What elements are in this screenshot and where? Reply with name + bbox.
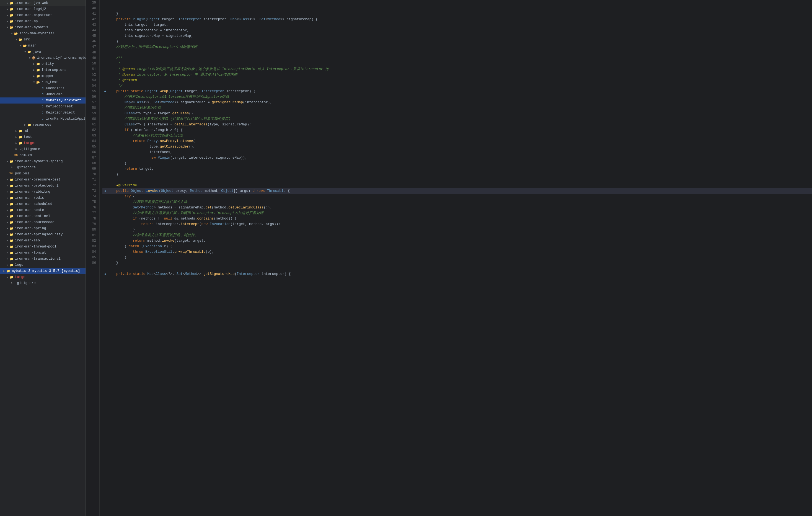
code-line: //如果当前方法需要被拦截，则调用interceptor.intercept方法…: [103, 210, 812, 216]
code-line: [103, 50, 812, 55]
sidebar-item-iron-man-jvm-web[interactable]: ▶📁iron-man-jvm-web: [0, 0, 86, 6]
sidebar-item-iron-man-log4j2[interactable]: ▶📁iron-man-log4j2: [0, 6, 86, 12]
sidebar-item-resources[interactable]: ▶📁resources: [0, 122, 86, 128]
code-line: /**: [103, 55, 812, 61]
sidebar-item-iron-man-protectedurl[interactable]: ▶📁iron-man-protectedurl: [0, 183, 86, 189]
arrow-icon: ▼: [19, 44, 23, 47]
tree-label: resources: [33, 123, 52, 127]
line-number: 55: [88, 89, 96, 94]
sidebar-item-gitignore[interactable]: ⚙.gitignore: [0, 146, 86, 152]
sidebar-item-cachetest[interactable]: CCacheTest: [0, 85, 86, 91]
sidebar-item-gitignore3[interactable]: ⚙.gitignore: [0, 280, 86, 286]
sidebar-item-gitignore2[interactable]: ⚙.gitignore: [0, 165, 86, 171]
tree-label: src: [24, 38, 30, 41]
code-line: //获取目标对象实现的接口 (拦截器可以拦截4大对象实现的接口): [103, 116, 812, 122]
arrow-icon: ▶: [5, 257, 9, 260]
sidebar-item-mybatis-3-mybatis-357[interactable]: ▶📁mybatis-3-mybatis-3.5.7 [mybatis]: [0, 268, 86, 274]
sidebar-item-iron-man-mp[interactable]: ▶📁iron-man-mp: [0, 18, 86, 24]
sidebar-item-mapper[interactable]: ▶📁mapper: [0, 73, 86, 79]
gutter-marker: ◆: [103, 271, 108, 277]
sidebar-item-test[interactable]: ▶📁test: [0, 134, 86, 140]
sidebar-item-iron-man-mybatis[interactable]: ▼📂iron-man-mybatis: [0, 24, 86, 30]
code-content: interfaces,: [108, 149, 172, 155]
line-number: 79: [88, 222, 96, 227]
code-line: }: [103, 172, 812, 177]
sidebar-item-iron-man-scheduled[interactable]: ▶📁iron-man-scheduled: [0, 201, 86, 207]
sidebar-item-pom2[interactable]: XMLpom.xml: [0, 171, 86, 177]
code-content: return interceptor.intercept(new Invocat…: [108, 222, 280, 227]
sidebar-item-run_test[interactable]: ▼📂run_test: [0, 79, 86, 85]
arrow-icon: ▶: [14, 135, 18, 139]
code-content: type.getClassLoader(),: [108, 144, 195, 149]
sidebar-item-java[interactable]: ▼📂java: [0, 49, 86, 55]
sidebar-item-md[interactable]: ▶📁md: [0, 128, 86, 134]
sidebar-item-iron-man-redis[interactable]: ▶📁iron-man-redis: [0, 195, 86, 201]
sidebar-item-jdbcdemo[interactable]: CJdbcDemo: [0, 91, 86, 97]
sidebar-item-target3[interactable]: ▶📁target: [0, 274, 86, 280]
code-line: new Plugin(target, interceptor, signatur…: [103, 155, 812, 161]
code-content: new Plugin(target, interceptor, signatur…: [108, 155, 247, 161]
code-area[interactable]: 3940414243444546474849505152535455565758…: [86, 0, 812, 516]
sidebar-item-logs[interactable]: ▶📁logs: [0, 262, 86, 268]
sidebar-item-iron-man-mybatis-spring[interactable]: ▶📁iron-man-mybatis-spring: [0, 159, 86, 165]
tree-label: .gitignore: [15, 166, 36, 169]
code-line: * @param target:封装的真正提供服务的对象，这个参数是从 Inte…: [103, 66, 812, 72]
arrow-icon: ▶: [5, 227, 9, 230]
tree-icon: 📁: [9, 19, 14, 23]
arrow-icon: ▶: [5, 178, 9, 181]
sidebar-item-iron-man-sentinel[interactable]: ▶📁iron-man-sentinel: [0, 213, 86, 219]
sidebar-item-ironmanmybatis1pkg[interactable]: ▼📦iron.man.lyf.ironmanmybatis1: [0, 55, 86, 61]
code-line: if (interfaces.length > 0) {: [103, 127, 812, 133]
line-number: 60: [88, 116, 96, 122]
sidebar-item-iron-man-mybatis1[interactable]: ▼📂iron-man-mybatis1: [0, 30, 86, 36]
tree-icon: 📁: [9, 178, 14, 181]
arrow-icon: ▼: [28, 56, 32, 59]
code-line: interfaces,: [103, 149, 812, 155]
sidebar-item-iron-man-springsecurity[interactable]: ▶📁iron-man-springsecurity: [0, 231, 86, 237]
sidebar-item-iron-man-rabbitmq[interactable]: ▶📁iron-man-rabbitmq: [0, 189, 86, 195]
sidebar-item-ironmanmybatis1app[interactable]: CIronManMybatis1Application: [0, 116, 86, 122]
line-number: 81: [88, 232, 96, 238]
sidebar-item-iron-man-transactional[interactable]: ▶📁iron-man-transactional: [0, 256, 86, 262]
sidebar-item-iron-man-mapstruct[interactable]: ▶📁iron-man-mapstruct: [0, 12, 86, 18]
tree-icon: 📦: [32, 56, 36, 60]
tree-label: mapper: [41, 74, 54, 78]
line-number: 76: [88, 205, 96, 210]
line-number: 80: [88, 227, 96, 232]
sidebar-item-interceptors[interactable]: ▶📁Interceptors: [0, 67, 86, 73]
code-line: this.interceptor = interceptor;: [103, 28, 812, 33]
line-number: 62: [88, 127, 96, 133]
line-number: 54: [88, 83, 96, 89]
sidebar-item-iron-man-seate[interactable]: ▶📁iron-man-seate: [0, 207, 86, 213]
tree-icon: 📁: [9, 13, 14, 17]
sidebar-item-iron-man-pressure-test[interactable]: ▶📁iron-man-pressure-test: [0, 177, 86, 183]
line-number: 58: [88, 105, 96, 111]
sidebar-item-iron-man-sso[interactable]: ▶📁iron-man-sso: [0, 237, 86, 243]
sidebar-item-pom1[interactable]: XMLpom.xml: [0, 152, 86, 159]
sidebar-item-iron-man-thread-pool[interactable]: ▶📁iron-man-thread-pool: [0, 243, 86, 250]
code-content: this.target = target;: [108, 22, 168, 28]
code-lines: } private Plugin(Object target, Intercep…: [99, 0, 812, 516]
code-content: //使用jdk的方式创建动态代理: [108, 133, 183, 138]
tree-label: iron-man-redis: [15, 196, 44, 200]
sidebar-item-iron-man-spring[interactable]: ▶📁iron-man-spring: [0, 225, 86, 231]
sidebar-item-target2[interactable]: ▶📁target: [0, 140, 86, 146]
code-line: this.signatureMap = signatureMap;: [103, 33, 812, 39]
tree-icon: 📁: [9, 1, 14, 5]
tree-label: test: [24, 135, 32, 139]
code-content: this.interceptor = interceptor;: [108, 28, 189, 33]
code-content: try {: [108, 194, 135, 199]
sidebar-item-iron-man-sourcecode[interactable]: ▶📁iron-man-sourcecode: [0, 219, 86, 225]
sidebar-item-entity[interactable]: ▶📁entity: [0, 61, 86, 67]
sidebar-item-iron-man-tomcat[interactable]: ▶📁iron-man-tomcat: [0, 250, 86, 256]
code-line: }: [103, 161, 812, 166]
sidebar-item-reflectortest[interactable]: CReflectorTest: [0, 104, 86, 110]
code-content: //静态方法，用于帮助Interceptor生成动态代理: [108, 44, 197, 50]
sidebar-item-mybatisquickstart[interactable]: CMybatisQuickStart: [0, 97, 86, 104]
sidebar-item-main[interactable]: ▼📂main: [0, 42, 86, 49]
code-line: Set<Method> methods = signatureMap.get(m…: [103, 205, 812, 210]
sidebar: ▶📁iron-man-jvm-web▶📁iron-man-log4j2▶📁iro…: [0, 0, 86, 516]
sidebar-item-src[interactable]: ▼📂src: [0, 36, 86, 42]
sidebar-item-relationselect[interactable]: CRelationSelect: [0, 110, 86, 116]
tree-label: target: [24, 141, 36, 145]
